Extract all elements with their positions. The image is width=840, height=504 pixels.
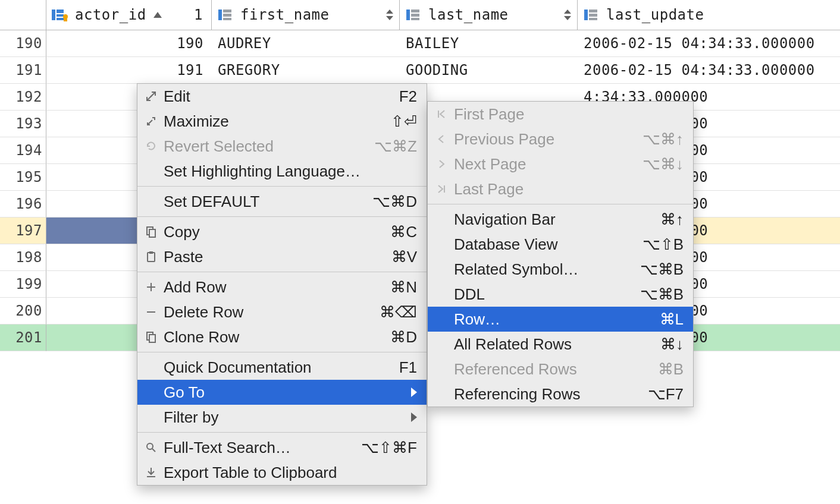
column-header-actor-id[interactable]: actor_id 1 [46, 0, 212, 30]
row-header[interactable]: 192 [0, 84, 46, 111]
sort-toggle-icon[interactable] [563, 10, 572, 20]
menu-label: Go To [164, 383, 205, 402]
menu-item-set-default[interactable]: Set DEFAULT⌥⌘D [137, 189, 427, 214]
menu-item-copy[interactable]: Copy⌘C [137, 219, 427, 244]
menu-label: Related Symbol… [454, 260, 579, 279]
cell-actor-id[interactable]: 191 [46, 57, 212, 84]
menu-item-delete-row[interactable]: Delete Row⌘⌫ [137, 300, 427, 325]
menu-separator [137, 186, 427, 187]
cell-last-update[interactable]: 2006-02-15 04:34:33.000000 [578, 30, 840, 57]
blank-icon [434, 286, 449, 302]
table-row[interactable]: 191191GREGORYGOODING2006-02-15 04:34:33.… [0, 57, 840, 84]
menu-shortcut: ⌥⇧⌘F [361, 439, 417, 457]
menu-item-ddl[interactable]: DDL⌥⌘B [428, 282, 693, 307]
menu-shortcut: F2 [399, 87, 417, 106]
menu-shortcut: ⌥⌘D [372, 193, 417, 211]
revert-icon [143, 138, 159, 154]
svg-rect-15 [589, 10, 597, 12]
menu-item-related-symbol[interactable]: Related Symbol…⌥⌘B [428, 257, 693, 282]
menu-shortcut: ⌥⌘↑ [642, 130, 684, 149]
menu-item-export-table-to-clipboard[interactable]: Export Table to Clipboard [137, 460, 427, 485]
menu-item-add-row[interactable]: Add Row⌘N [137, 275, 427, 300]
row-header[interactable]: 197 [0, 218, 46, 244]
menu-label: Copy [164, 223, 200, 241]
menu-label: Next Page [454, 155, 526, 174]
blank-icon [143, 163, 159, 179]
menu-item-set-highlighting-language[interactable]: Set Highlighting Language… [137, 159, 427, 184]
menu-label: Last Page [454, 180, 524, 199]
primary-key-column-icon [51, 8, 69, 22]
column-header-last-update[interactable]: last_update [578, 0, 840, 30]
menu-label: Row… [454, 310, 500, 329]
svg-rect-9 [223, 18, 231, 20]
sort-toggle-icon[interactable] [385, 10, 394, 20]
menu-separator [137, 216, 427, 217]
cell-last-update[interactable]: 2006-02-15 04:34:33.000000 [578, 57, 840, 84]
menu-item-full-text-search[interactable]: Full-Text Search…⌥⇧⌘F [137, 435, 427, 460]
menu-label: Previous Page [454, 130, 554, 149]
svg-rect-10 [406, 10, 410, 20]
menu-label: Set DEFAULT [164, 193, 259, 211]
menu-shortcut: ⌥⌘B [640, 285, 684, 304]
row-header[interactable]: 190 [0, 30, 46, 57]
menu-item-row[interactable]: Row…⌘L [428, 307, 693, 332]
column-icon [217, 8, 234, 22]
cell-last-name[interactable]: BAILEY [400, 30, 578, 57]
svg-rect-16 [589, 14, 597, 17]
svg-rect-13 [411, 18, 419, 20]
column-header-last-name[interactable]: last_name [400, 0, 578, 30]
menu-label: All Related Rows [454, 335, 572, 354]
cell-actor-id[interactable]: 190 [46, 30, 212, 57]
blank-icon [434, 311, 449, 327]
blank-icon [143, 194, 159, 209]
row-header[interactable]: 201 [0, 325, 46, 351]
menu-item-navigation-bar[interactable]: Navigation Bar⌘↑ [428, 207, 693, 232]
svg-rect-1 [57, 10, 64, 13]
goto-submenu[interactable]: First PagePrevious Page⌥⌘↑Next Page⌥⌘↓La… [427, 101, 694, 407]
download-icon [143, 465, 159, 480]
row-header[interactable]: 195 [0, 164, 46, 191]
next-icon [434, 156, 449, 172]
row-header[interactable]: 193 [0, 111, 46, 137]
svg-rect-0 [52, 10, 55, 20]
menu-item-database-view[interactable]: Database View⌥⇧B [428, 232, 693, 257]
menu-shortcut: ⌘⌫ [380, 303, 417, 322]
cell-last-name[interactable]: GOODING [400, 57, 578, 84]
menu-item-maximize[interactable]: Maximize⇧⏎ [137, 109, 427, 134]
cell-first-name[interactable]: GREGORY [212, 57, 400, 84]
row-header[interactable]: 199 [0, 271, 46, 298]
menu-item-paste[interactable]: Paste⌘V [137, 244, 427, 269]
menu-item-clone-row[interactable]: Clone Row⌘D [137, 325, 427, 349]
first-icon [434, 106, 449, 122]
row-header[interactable]: 198 [0, 244, 46, 271]
menu-separator [137, 432, 427, 433]
blank-icon [434, 262, 449, 277]
menu-shortcut: ⌥⇧B [642, 235, 684, 254]
svg-rect-12 [411, 14, 419, 17]
menu-item-quick-documentation[interactable]: Quick DocumentationF1 [137, 355, 427, 380]
menu-item-go-to[interactable]: Go To [137, 380, 427, 405]
column-label: last_update [606, 7, 704, 23]
menu-item-all-related-rows[interactable]: All Related Rows⌘↓ [428, 332, 693, 357]
prev-icon [434, 131, 449, 147]
menu-label: Edit [164, 87, 190, 106]
context-menu[interactable]: EditF2Maximize⇧⏎Revert Selected⌥⌘ZSet Hi… [137, 83, 427, 486]
menu-shortcut: ⌘C [390, 223, 417, 241]
cell-first-name[interactable]: AUDREY [212, 30, 400, 57]
menu-shortcut: ⌘L [660, 310, 684, 329]
row-header[interactable]: 191 [0, 57, 46, 84]
column-label: actor_id [75, 7, 146, 23]
maximize-icon [143, 114, 159, 129]
column-header-first-name[interactable]: first_name [212, 0, 400, 30]
row-header[interactable]: 194 [0, 137, 46, 164]
table-row[interactable]: 190190AUDREYBAILEY2006-02-15 04:34:33.00… [0, 30, 840, 57]
menu-label: First Page [454, 105, 525, 124]
row-header[interactable]: 200 [0, 298, 46, 325]
menu-item-referencing-rows[interactable]: Referencing Rows⌥F7 [428, 382, 693, 407]
menu-item-edit[interactable]: EditF2 [137, 84, 427, 109]
menu-label: Full-Text Search… [164, 439, 291, 457]
menu-label: Delete Row [164, 303, 243, 322]
menu-item-filter-by[interactable]: Filter by [137, 405, 427, 430]
row-header[interactable]: 196 [0, 191, 46, 218]
menu-item-last-page: Last Page [428, 177, 693, 201]
